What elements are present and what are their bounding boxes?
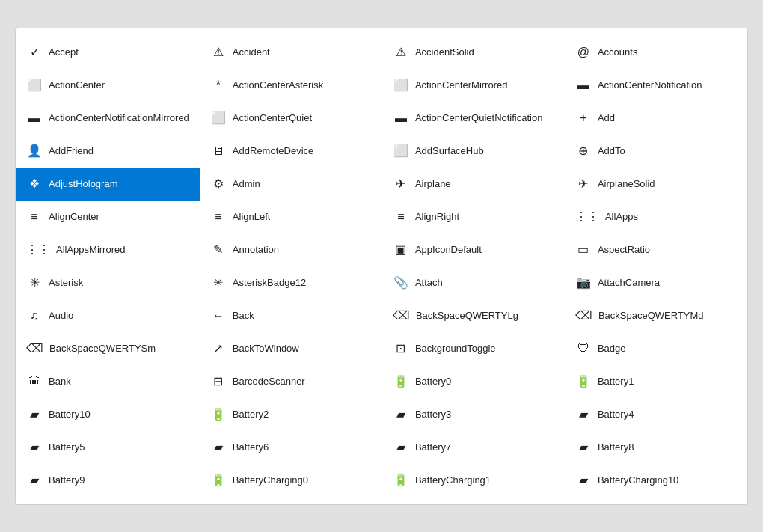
icon-item-actioncenterquiet[interactable]: ⬜ActionCenterQuiet <box>200 102 382 135</box>
backspaceqwertylg-icon: ⌫ <box>393 308 410 322</box>
icon-item-backgroundtoggle[interactable]: ⊡BackgroundToggle <box>382 332 565 365</box>
icon-item-back[interactable]: ←Back <box>200 299 382 332</box>
batterycharging1-label: BatteryCharging1 <box>415 474 491 486</box>
icon-item-attach[interactable]: 📎Attach <box>382 266 565 299</box>
icon-item-battery2[interactable]: 🔋Battery2 <box>200 398 382 431</box>
icon-item-actioncenternotificationmirrored[interactable]: ▬ActionCenterNotificationMirrored <box>16 102 200 135</box>
battery1-icon: 🔋 <box>575 374 592 388</box>
alignright-icon: ≡ <box>393 210 409 224</box>
icon-item-batterycharging1[interactable]: 🔋BatteryCharging1 <box>382 464 565 497</box>
batterycharging10-label: BatteryCharging10 <box>598 474 678 486</box>
actioncenterquiet-label: ActionCenterQuiet <box>233 112 312 123</box>
icon-item-accounts[interactable]: @Accounts <box>565 36 747 69</box>
actioncentermirrored-label: ActionCenterMirrored <box>415 79 508 91</box>
airplane-label: Airplane <box>415 178 451 189</box>
icon-item-asteriskbadge12[interactable]: ✳AsteriskBadge12 <box>200 266 382 299</box>
icon-item-appicondefault[interactable]: ▣AppIconDefault <box>382 233 565 266</box>
icon-item-annotation[interactable]: ✎Annotation <box>200 233 382 266</box>
battery5-label: Battery5 <box>49 441 85 453</box>
actioncenterasterisk-icon: * <box>210 79 227 92</box>
icon-item-battery0[interactable]: 🔋Battery0 <box>382 365 565 398</box>
back-icon: ← <box>210 309 227 322</box>
backspaceqwertysm-icon: ⌫ <box>26 341 43 355</box>
alignleft-label: AlignLeft <box>233 211 271 222</box>
icon-item-aspectratio[interactable]: ▭AspectRatio <box>565 233 747 266</box>
battery7-icon: ▰ <box>393 440 409 454</box>
barcodescanner-icon: ⊟ <box>210 374 227 388</box>
icon-item-backspaceqwertymd[interactable]: ⌫BackSpaceQWERTYMd <box>565 299 747 332</box>
icon-item-actioncenternotification[interactable]: ▬ActionCenterNotification <box>565 69 747 102</box>
accidentsolid-icon: ⚠ <box>393 45 409 59</box>
icon-item-admin[interactable]: ⚙Admin <box>200 168 382 201</box>
addfriend-label: AddFriend <box>49 145 94 156</box>
icon-item-asterisk[interactable]: ✳Asterisk <box>16 266 200 299</box>
asteriskbadge12-label: AsteriskBadge12 <box>233 277 306 288</box>
battery6-icon: ▰ <box>210 440 227 454</box>
appicondefault-label: AppIconDefault <box>415 244 482 255</box>
airplane-icon: ✈ <box>393 177 409 191</box>
icon-item-airplanesolid[interactable]: ✈AirplaneSolid <box>565 168 747 201</box>
backtowindow-label: BackToWindow <box>233 343 299 354</box>
icon-item-actioncentermirrored[interactable]: ⬜ActionCenterMirrored <box>382 69 565 102</box>
actioncenter-label: ActionCenter <box>49 79 105 91</box>
icon-item-allappsmirrored[interactable]: ⋮⋮AllAppsMirrored <box>16 233 200 266</box>
accidentsolid-label: AccidentSolid <box>415 46 474 58</box>
icon-item-backspaceqwertysm[interactable]: ⌫BackSpaceQWERTYSm <box>16 332 200 365</box>
addremotedevice-icon: 🖥 <box>210 144 227 158</box>
attach-label: Attach <box>415 277 443 288</box>
battery0-icon: 🔋 <box>393 374 409 388</box>
actioncenternotificationmirrored-icon: ▬ <box>26 111 43 125</box>
icon-item-airplane[interactable]: ✈Airplane <box>382 168 565 201</box>
icon-item-barcodescanner[interactable]: ⊟BarcodeScanner <box>200 365 382 398</box>
icon-item-badge[interactable]: 🛡Badge <box>565 332 747 365</box>
audio-label: Audio <box>49 310 73 321</box>
icon-item-addremotedevice[interactable]: 🖥AddRemoteDevice <box>200 135 382 168</box>
icon-item-batterycharging0[interactable]: 🔋BatteryCharging0 <box>200 464 382 497</box>
icon-item-battery3[interactable]: ▰Battery3 <box>382 398 565 431</box>
icon-item-backtowindow[interactable]: ↗BackToWindow <box>200 332 382 365</box>
icon-item-battery6[interactable]: ▰Battery6 <box>200 431 382 464</box>
icon-item-battery8[interactable]: ▰Battery8 <box>565 431 747 464</box>
icon-item-battery5[interactable]: ▰Battery5 <box>16 431 200 464</box>
backtowindow-icon: ↗ <box>210 341 227 355</box>
icon-item-battery7[interactable]: ▰Battery7 <box>382 431 565 464</box>
batterycharging0-label: BatteryCharging0 <box>233 474 308 486</box>
actioncenternotificationmirrored-label: ActionCenterNotificationMirrored <box>49 112 189 123</box>
icon-item-aligncenter[interactable]: ≡AlignCenter <box>16 201 200 233</box>
icon-item-adjusthologram[interactable]: ❖AdjustHologram <box>16 168 200 201</box>
icon-item-attachcamera[interactable]: 📷AttachCamera <box>565 266 747 299</box>
aspectratio-icon: ▭ <box>575 242 592 257</box>
icon-item-add[interactable]: +Add <box>565 102 747 135</box>
icon-item-batterycharging10[interactable]: ▰BatteryCharging10 <box>565 464 747 497</box>
icon-item-bank[interactable]: 🏛Bank <box>16 365 200 398</box>
icon-item-actioncenter[interactable]: ⬜ActionCenter <box>16 69 200 102</box>
icon-item-battery10[interactable]: ▰Battery10 <box>16 398 200 431</box>
aligncenter-label: AlignCenter <box>49 211 99 222</box>
actioncentermirrored-icon: ⬜ <box>393 78 409 92</box>
back-label: Back <box>233 310 254 321</box>
icon-item-accept[interactable]: ✓Accept <box>16 36 200 69</box>
icon-item-audio[interactable]: ♫Audio <box>16 299 200 332</box>
icon-item-addsurfacehub[interactable]: ⬜AddSurfaceHub <box>382 135 565 168</box>
icon-item-battery4[interactable]: ▰Battery4 <box>565 398 747 431</box>
icon-item-battery9[interactable]: ▰Battery9 <box>16 464 200 497</box>
bank-label: Bank <box>49 376 71 387</box>
icon-item-alignleft[interactable]: ≡AlignLeft <box>200 201 382 233</box>
aspectratio-label: AspectRatio <box>598 244 650 255</box>
icon-item-allapps[interactable]: ⋮⋮AllApps <box>565 201 747 233</box>
backgroundtoggle-icon: ⊡ <box>393 341 409 355</box>
icon-item-actioncenterquietnotification[interactable]: ▬ActionCenterQuietNotification <box>382 102 565 135</box>
adjusthologram-label: AdjustHologram <box>49 178 118 189</box>
icon-item-backspaceqwertylg[interactable]: ⌫BackSpaceQWERTYLg <box>382 299 565 332</box>
accept-icon: ✓ <box>26 45 43 59</box>
icon-item-accidentsolid[interactable]: ⚠AccidentSolid <box>382 36 565 69</box>
icon-item-battery1[interactable]: 🔋Battery1 <box>565 365 747 398</box>
icon-item-alignright[interactable]: ≡AlignRight <box>382 201 565 233</box>
battery10-icon: ▰ <box>26 407 43 421</box>
icon-item-actioncenterasterisk[interactable]: *ActionCenterAsterisk <box>200 69 382 102</box>
icon-item-addfriend[interactable]: 👤AddFriend <box>16 135 200 168</box>
backspaceqwertylg-label: BackSpaceQWERTYLg <box>416 310 518 321</box>
actioncenternotification-icon: ▬ <box>575 79 592 92</box>
icon-item-accident[interactable]: ⚠Accident <box>200 36 382 69</box>
icon-item-addto[interactable]: ⊕AddTo <box>565 135 747 168</box>
